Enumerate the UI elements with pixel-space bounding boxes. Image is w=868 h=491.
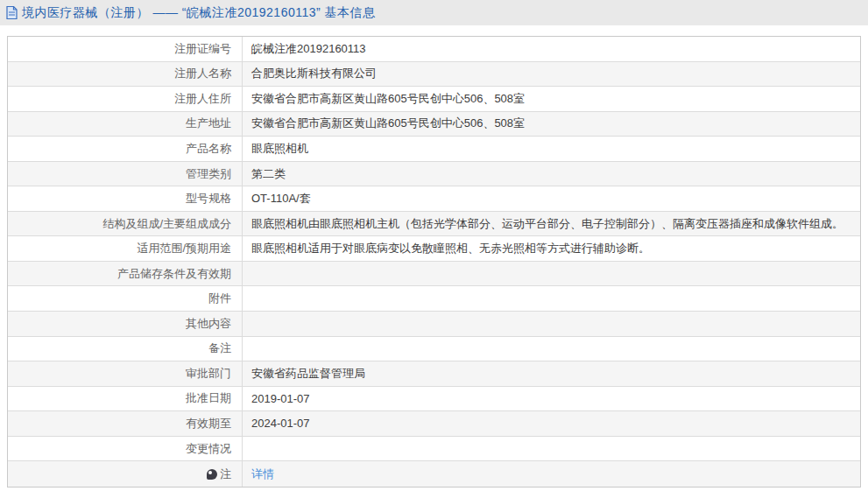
row-label: 结构及组成/主要组成成分 bbox=[8, 212, 243, 236]
table-row: 注册人住所安徽省合肥市高新区黄山路605号民创中心506、508室 bbox=[8, 87, 860, 112]
table-row: 变更情况 bbox=[8, 437, 860, 462]
table-row: 审批部门安徽省药品监督管理局 bbox=[8, 361, 860, 387]
table-row: 注册证编号皖械注准20192160113 bbox=[8, 37, 860, 62]
row-label: 产品储存条件及有效期 bbox=[8, 262, 243, 286]
row-value: 眼底照相机 bbox=[243, 137, 860, 161]
row-value bbox=[243, 262, 860, 286]
row-label: 生产地址 bbox=[8, 112, 243, 137]
row-value: 安徽省合肥市高新区黄山路605号民创中心506、508室 bbox=[243, 112, 860, 137]
row-value: 安徽省合肥市高新区黄山路605号民创中心506、508室 bbox=[243, 87, 860, 111]
table-row: 结构及组成/主要组成成分眼底照相机由眼底照相机主机（包括光学体部分、运动平台部分… bbox=[8, 212, 860, 237]
row-label-text: 注 bbox=[220, 466, 231, 482]
row-label-text: 备注 bbox=[208, 340, 231, 356]
row-label: 审批部门 bbox=[8, 361, 243, 386]
row-label: 管理类别 bbox=[8, 162, 243, 186]
row-label-text: 有效期至 bbox=[186, 416, 231, 431]
row-label-text: 附件 bbox=[208, 291, 231, 306]
row-label-text: 注册人住所 bbox=[174, 91, 231, 107]
table-row: 批准日期2019-01-07 bbox=[8, 387, 860, 412]
table-row: 注册人名称合肥奥比斯科技有限公司 bbox=[8, 62, 860, 88]
row-label: 适用范围/预期用途 bbox=[8, 236, 243, 261]
row-value bbox=[243, 286, 860, 311]
row-value: 眼底照相机由眼底照相机主机（包括光学体部分、运动平台部分、电子控制部分）、隔离变… bbox=[243, 212, 860, 236]
row-label: 型号规格 bbox=[8, 186, 243, 211]
row-value bbox=[243, 312, 860, 336]
registration-table: 注册证编号皖械注准20192160113注册人名称合肥奥比斯科技有限公司注册人住… bbox=[7, 36, 861, 487]
table-row: 注详情 bbox=[8, 461, 860, 487]
table-row: 备注 bbox=[8, 337, 860, 362]
row-label-text: 管理类别 bbox=[186, 166, 231, 182]
table-row: 生产地址安徽省合肥市高新区黄山路605号民创中心506、508室 bbox=[8, 112, 860, 137]
row-value: 详情 bbox=[243, 461, 860, 487]
row-label: 注册证编号 bbox=[8, 37, 243, 61]
row-label-text: 注册人名称 bbox=[174, 66, 231, 81]
document-icon bbox=[6, 6, 18, 19]
row-label: 批准日期 bbox=[8, 387, 243, 411]
table-row: 管理类别第二类 bbox=[8, 162, 860, 187]
row-value: 第二类 bbox=[243, 162, 860, 186]
page-title: 境内医疗器械（注册） —— “皖械注准20192160113” 基本信息 bbox=[22, 5, 376, 21]
table-row: 其他内容 bbox=[8, 312, 860, 337]
row-label: 备注 bbox=[8, 337, 243, 361]
row-value: 2019-01-07 bbox=[243, 387, 860, 411]
table-row: 适用范围/预期用途眼底照相机适用于对眼底病变以免散瞳照相、无赤光照相等方式进行辅… bbox=[8, 236, 860, 262]
note-bubble-icon bbox=[207, 469, 217, 480]
row-label-text: 生产地址 bbox=[186, 116, 231, 131]
row-label-text: 结构及组成/主要组成成分 bbox=[102, 216, 231, 232]
row-label-text: 型号规格 bbox=[186, 191, 231, 207]
row-label: 其他内容 bbox=[8, 312, 243, 336]
table-row: 型号规格OT-110A/套 bbox=[8, 186, 860, 212]
row-label-text: 批准日期 bbox=[186, 390, 231, 406]
row-value bbox=[243, 437, 860, 461]
row-value bbox=[243, 337, 860, 361]
row-label: 产品名称 bbox=[8, 137, 243, 161]
row-label-text: 注册证编号 bbox=[174, 41, 231, 57]
row-label-text: 产品储存条件及有效期 bbox=[117, 266, 231, 282]
header-bar: 境内医疗器械（注册） —— “皖械注准20192160113” 基本信息 bbox=[0, 0, 868, 25]
row-value: 安徽省药品监督管理局 bbox=[243, 361, 860, 386]
row-value: 眼底照相机适用于对眼底病变以免散瞳照相、无赤光照相等方式进行辅助诊断。 bbox=[243, 236, 860, 261]
row-value: OT-110A/套 bbox=[243, 186, 860, 211]
row-label: 注 bbox=[8, 461, 243, 487]
table-row: 产品名称眼底照相机 bbox=[8, 137, 860, 162]
row-label-text: 审批部门 bbox=[186, 366, 231, 382]
row-value: 合肥奥比斯科技有限公司 bbox=[243, 62, 860, 87]
row-label: 有效期至 bbox=[8, 411, 243, 436]
row-value: 皖械注准20192160113 bbox=[243, 37, 860, 61]
row-label-text: 适用范围/预期用途 bbox=[137, 241, 231, 256]
row-label-text: 产品名称 bbox=[186, 141, 231, 157]
detail-link[interactable]: 详情 bbox=[251, 466, 274, 482]
row-value: 2024-01-07 bbox=[243, 411, 860, 436]
table-row: 附件 bbox=[8, 286, 860, 312]
row-label: 变更情况 bbox=[8, 437, 243, 461]
table-row: 产品储存条件及有效期 bbox=[8, 262, 860, 287]
row-label-text: 变更情况 bbox=[186, 441, 231, 457]
row-label-text: 其他内容 bbox=[186, 316, 231, 332]
row-label: 注册人住所 bbox=[8, 87, 243, 111]
row-label: 注册人名称 bbox=[8, 62, 243, 87]
row-label: 附件 bbox=[8, 286, 243, 311]
table-row: 有效期至2024-01-07 bbox=[8, 411, 860, 437]
